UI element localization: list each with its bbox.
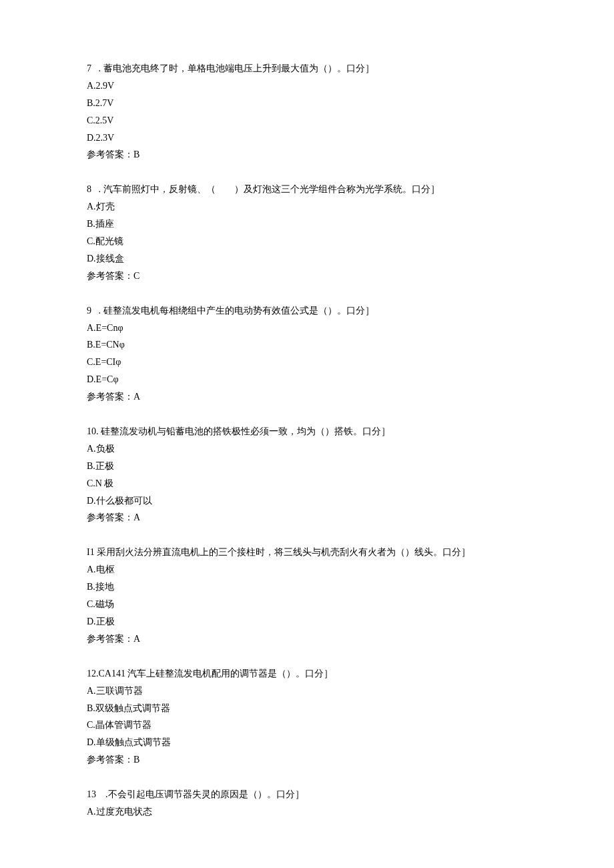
question-8: 8 . 汽车前照灯中，反射镜、（ ）及灯泡这三个光学组件合称为光学系统。口分］ …	[87, 181, 527, 284]
option-d: D.接线盒	[87, 250, 527, 268]
question-number: 10.	[87, 423, 101, 440]
question-stem: 13 .不会引起电压调节器失灵的原因是（）。口分］	[87, 786, 527, 803]
option-d: D.单级触点式调节器	[87, 734, 527, 751]
answer-line: 参考答案：B	[87, 146, 527, 163]
question-stem: 9 . 硅整流发电机每相绕组中产生的电动势有效值公式是（）。口分］	[87, 302, 527, 320]
option-b: B.正极	[87, 458, 527, 475]
answer-line: 参考答案：B	[87, 751, 527, 769]
option-d: D.正极	[87, 613, 527, 630]
option-b: B.2.7V	[87, 95, 527, 112]
question-7: 7 . 蓄电池充电终了时，单格电池端电压上升到最大值为（）。口分］ A.2.9V…	[87, 60, 527, 163]
answer-line: 参考答案：A	[87, 630, 527, 648]
stem-text: 采用刮火法分辨直流电机上的三个接柱时，将三线头与机壳刮火有火者为（）线头。口分］	[97, 547, 471, 557]
answer-line: 参考答案：C	[87, 268, 527, 285]
stem-text: 汽车前照灯中，反射镜、（ ）及灯泡这三个光学组件合称为光学系统。口分］	[103, 184, 440, 194]
option-c: C.E=CIφ	[87, 354, 527, 371]
stem-text: 硅整流发电机每相绕组中产生的电动势有效值公式是（）。口分］	[103, 306, 374, 316]
question-number: 7 .	[87, 60, 103, 77]
question-10: 10. 硅整流发动机与铅蓄电池的搭铁极性必须一致，均为（）搭铁。口分］ A.负极…	[87, 423, 527, 526]
document-page: 7 . 蓄电池充电终了时，单格电池端电压上升到最大值为（）。口分］ A.2.9V…	[0, 0, 614, 868]
option-a: A.2.9V	[87, 77, 527, 95]
option-c: C.晶体管调节器	[87, 717, 527, 734]
question-number: I1	[87, 544, 97, 561]
stem-text: 蓄电池充电终了时，单格电池端电压上升到最大值为（）。口分］	[103, 63, 374, 73]
option-a: A.灯壳	[87, 198, 527, 215]
question-12: 12.CA141 汽车上硅整流发电机配用的调节器是（）。口分］ A.三联调节器 …	[87, 665, 527, 769]
option-b: B.E=CNφ	[87, 336, 527, 354]
stem-text: 硅整流发动机与铅蓄电池的搭铁极性必须一致，均为（）搭铁。口分］	[101, 426, 390, 436]
question-13: 13 .不会引起电压调节器失灵的原因是（）。口分］ A.过度充电状态	[87, 786, 527, 821]
option-a: A.E=Cnφ	[87, 320, 527, 337]
option-a: A.电枢	[87, 561, 527, 578]
option-a: A.负极	[87, 440, 527, 458]
option-c: C.N 极	[87, 475, 527, 492]
option-d: D.E=Cφ	[87, 371, 527, 388]
question-stem: 10. 硅整流发动机与铅蓄电池的搭铁极性必须一致，均为（）搭铁。口分］	[87, 423, 527, 440]
option-a: A.三联调节器	[87, 683, 527, 700]
question-stem: I1 采用刮火法分辨直流电机上的三个接柱时，将三线头与机壳刮火有火者为（）线头。…	[87, 544, 527, 561]
question-number: 9 .	[87, 302, 103, 320]
question-stem: 12.CA141 汽车上硅整流发电机配用的调节器是（）。口分］	[87, 665, 527, 683]
option-b: B.插座	[87, 215, 527, 233]
option-b: B.接地	[87, 578, 527, 596]
stem-text: CA141 汽车上硅整流发电机配用的调节器是（）。口分］	[99, 669, 334, 679]
question-9: 9 . 硅整流发电机每相绕组中产生的电动势有效值公式是（）。口分］ A.E=Cn…	[87, 302, 527, 406]
stem-text: 不会引起电压调节器失灵的原因是（）。口分］	[108, 789, 304, 799]
question-11: I1 采用刮火法分辨直流电机上的三个接柱时，将三线头与机壳刮火有火者为（）线头。…	[87, 544, 527, 647]
option-c: C.配光镜	[87, 233, 527, 250]
option-c: C.磁场	[87, 596, 527, 613]
option-d: D.什么极都可以	[87, 492, 527, 510]
question-number: 13 .	[87, 786, 108, 803]
option-c: C.2.5V	[87, 112, 527, 129]
question-number: 12.	[87, 665, 99, 683]
option-a: A.过度充电状态	[87, 803, 527, 821]
answer-line: 参考答案：A	[87, 509, 527, 526]
option-d: D.2.3V	[87, 129, 527, 147]
question-number: 8 .	[87, 181, 103, 198]
question-stem: 7 . 蓄电池充电终了时，单格电池端电压上升到最大值为（）。口分］	[87, 60, 527, 77]
question-stem: 8 . 汽车前照灯中，反射镜、（ ）及灯泡这三个光学组件合称为光学系统。口分］	[87, 181, 527, 198]
option-b: B.双级触点式调节器	[87, 700, 527, 717]
answer-line: 参考答案：A	[87, 388, 527, 406]
